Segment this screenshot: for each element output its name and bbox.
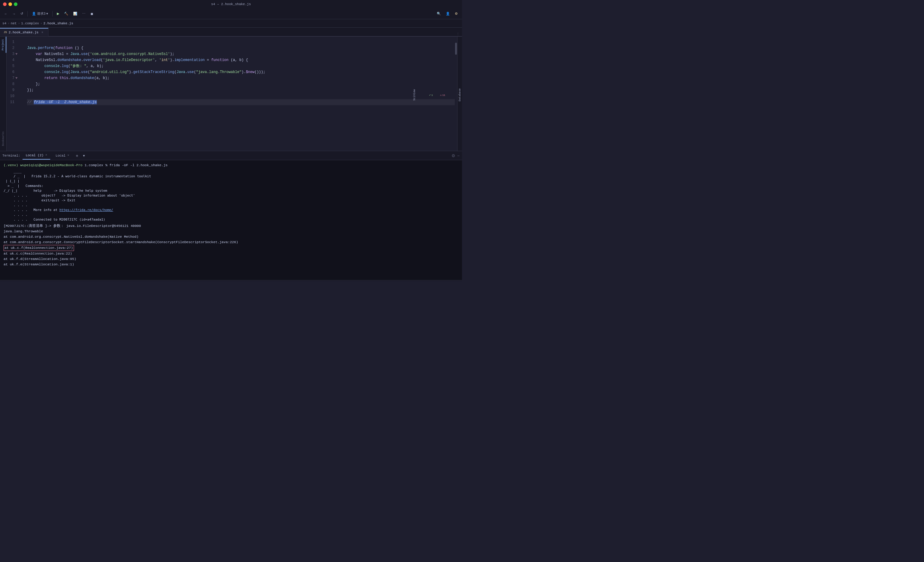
code-line-4: console.log("参数: ", a, b); — [27, 64, 104, 68]
gutter-row-9: 9 — [7, 87, 25, 93]
breadcrumb: s4 › net › 1.complex › 2.hook_shake.js — [0, 19, 462, 28]
window-title: s4 – 2.hook_shake.js — [211, 2, 251, 6]
stop-button[interactable]: ⏹ — [88, 10, 95, 18]
toolbar: ← → ↺ 👤 请求3 ▾ ▶ 🔨 📊 ⋯ ⏹ 🔍 👤 ⚙ — [0, 8, 462, 19]
highlighted-stack-frame: at uk.c.f(RealConnection.java:27) — [4, 245, 74, 251]
vertical-scrollbar[interactable] — [455, 37, 457, 151]
gutter-row-8: 8 — [7, 81, 25, 87]
bottom-toolbar: ⎇ Version Control ✓ TODO ⚠ Problems ▶ Te… — [0, 280, 462, 281]
error-indicator[interactable]: ⚠11 — [440, 92, 446, 98]
sciview-tab[interactable]: SciView — [412, 87, 417, 103]
code-line-5: console.log(Java.use("android.util.Log")… — [27, 70, 265, 74]
terminal-minimize-button[interactable]: − — [457, 153, 460, 158]
gutter: 1 2 3 ▽ 4 5 — [7, 37, 25, 151]
code-line-9 — [27, 94, 29, 98]
code-line-6: return this.doHandshake(a, b); — [27, 76, 110, 80]
scrollbar-thumb[interactable] — [455, 43, 457, 55]
code-line-1: Java.perform(function () { — [27, 46, 83, 50]
code-line-10: // frida -UF -l 2.hook_shake.js — [27, 99, 455, 105]
frida-banner: ____ / _ | Frida 15.2.2 - A world-class … — [4, 169, 458, 222]
close-button[interactable] — [3, 2, 7, 6]
terminal-label: Terminal: — [2, 154, 20, 157]
editor-container: Project Bookmarks 1 2 3 ▽ 4 — [0, 37, 462, 151]
output-line-7: at uk.f.d(StreamAllocation.java:95) — [4, 256, 458, 262]
terminal-output: [M2007J17C::滴答清单 ]-> 参数： java.io.FileDes… — [4, 223, 458, 267]
update-button[interactable]: ⚙ — [453, 10, 460, 18]
code-content[interactable]: Java.perform(function () { var NativeSsl… — [25, 37, 455, 151]
gutter-row-3: 3 ▽ — [7, 51, 25, 57]
coverage-button[interactable]: 📊 — [71, 10, 79, 18]
run-button[interactable]: ▶ — [55, 10, 61, 18]
nav-back-button[interactable]: ← — [2, 10, 9, 18]
project-tab[interactable]: Project — [0, 37, 6, 53]
titlebar: s4 – 2.hook_shake.js — [0, 0, 462, 8]
terminal-tab-close-icon[interactable]: × — [45, 154, 47, 157]
gutter-row-10: 10 — [7, 93, 25, 99]
output-line-8: at uk.f.e(StreamAllocation.java:1) — [4, 262, 458, 267]
terminal-body[interactable]: (.venv) wupeiqiqi@wupeiqideMacBook-Pro 1… — [0, 160, 462, 280]
breadcrumb-complex[interactable]: 1.complex — [21, 22, 39, 25]
terminal-settings-button[interactable]: ⚙ — [452, 153, 455, 158]
code-line-11 — [27, 112, 29, 116]
terminal-chevron[interactable]: ▾ — [82, 154, 86, 158]
database-tab[interactable]: Database — [458, 86, 462, 104]
right-sidebar: Database ⚠11 ✓1 SciView — [457, 37, 462, 151]
terminal-controls: ⚙ − — [452, 153, 460, 158]
frida-docs-link[interactable]: https://frida.re/docs/home/ — [59, 208, 113, 212]
output-line-3: at com.android.org.conscrypt.NativeSsl.d… — [4, 234, 458, 239]
toolbar-separator-1 — [27, 11, 28, 16]
output-line-4: at com.android.org.conscrypt.ConscryptFi… — [4, 239, 458, 245]
left-panel-tabs: Project Bookmarks — [0, 37, 7, 151]
fullscreen-button[interactable] — [14, 2, 18, 6]
project-run-selector[interactable]: 👤 请求3 ▾ — [30, 10, 50, 18]
output-line-1: [M2007J17C::滴答清单 ]-> 参数： java.io.FileDes… — [4, 223, 458, 229]
add-terminal-button[interactable]: + — [75, 153, 80, 158]
code-line-3: NativeSsl.doHandshake.overload('java.io.… — [27, 58, 248, 62]
tab-bar: JS 2.hook_shake.js × ⋮ — [0, 28, 462, 37]
code-line-8: }); — [27, 88, 34, 92]
tab-options[interactable]: ⋮ — [454, 32, 462, 36]
terminal-prompt-line: (.venv) wupeiqiqi@wupeiqideMacBook-Pro 1… — [4, 163, 458, 168]
gutter-row-6: 6 — [7, 69, 25, 75]
refresh-button[interactable]: ↺ — [19, 10, 25, 18]
nav-forward-button[interactable]: → — [10, 10, 18, 18]
tab-bar-empty — [48, 36, 454, 36]
gutter-row-7: 7 ▽ — [7, 75, 25, 81]
gutter-row-5: 5 — [7, 63, 25, 69]
code-line-7: }; — [27, 82, 40, 86]
breadcrumb-s4[interactable]: s4 — [2, 22, 6, 25]
terminal-container: Terminal: Local (2) × Local × + ▾ ⚙ − (.… — [0, 151, 462, 280]
gutter-row-4: 4 — [7, 57, 25, 63]
terminal-tab-local2[interactable]: Local (2) × — [22, 152, 50, 160]
traffic-lights — [3, 2, 18, 6]
terminal-tab-local-close[interactable]: × — [68, 154, 69, 157]
breadcrumb-net[interactable]: net — [11, 22, 17, 25]
file-tab-hook-shake[interactable]: JS 2.hook_shake.js × — [0, 28, 48, 36]
code-container: 1 2 3 ▽ 4 5 — [7, 37, 457, 151]
output-line-6: at uk.c.c(RealConnection.java:22) — [4, 251, 458, 256]
search-button[interactable]: 🔍 — [435, 10, 443, 18]
output-line-2: java.lang.Throwable — [4, 229, 458, 234]
minimize-button[interactable] — [8, 2, 12, 6]
breadcrumb-file[interactable]: 2.hook_shake.js — [44, 22, 73, 25]
editor-area: 1 2 3 ▽ 4 5 — [7, 37, 457, 151]
more-run-options[interactable]: ⋯ — [80, 10, 87, 18]
terminal-tab-local[interactable]: Local × — [52, 152, 72, 160]
gutter-row-2: 2 — [7, 45, 25, 51]
code-line-2: var NativeSsl = Java.use('com.android.or… — [27, 52, 174, 56]
build-button[interactable]: 🔨 — [62, 10, 70, 18]
bookmarks-tab[interactable]: Bookmarks — [1, 129, 6, 148]
output-line-5-highlighted: at uk.c.f(RealConnection.java:27) — [4, 245, 458, 251]
gutter-row-1: 1 — [7, 39, 25, 45]
gutter-row-11: 11 — [7, 99, 25, 105]
js-file-icon: JS — [4, 31, 7, 34]
terminal-header: Terminal: Local (2) × Local × + ▾ ⚙ − — [0, 151, 462, 160]
tab-close-icon[interactable]: × — [40, 30, 45, 34]
ok-indicator[interactable]: ✓1 — [429, 92, 434, 98]
user-button[interactable]: 👤 — [444, 10, 452, 18]
